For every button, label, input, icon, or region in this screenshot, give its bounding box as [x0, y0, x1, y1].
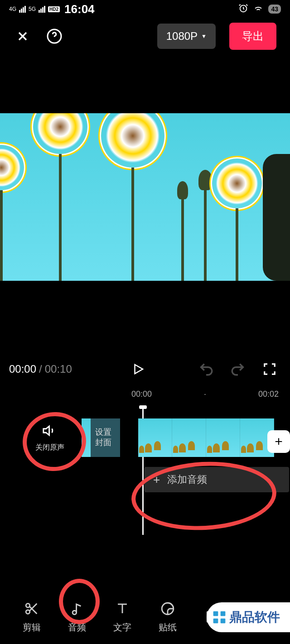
tool-label: 文字 [113, 621, 131, 634]
watermark-text: 鼎品软件 [229, 609, 280, 626]
timeline-ruler: 00:00 00:02 [0, 389, 290, 399]
mute-original-button[interactable]: 关闭原声 [27, 423, 72, 452]
network-5g-label: 5G [29, 6, 36, 12]
music-note-icon [69, 601, 85, 617]
text-icon [115, 601, 130, 617]
wifi-icon [253, 3, 264, 16]
cover-label: 设置 封面 [95, 427, 111, 448]
resolution-label: 1080P [166, 30, 198, 43]
play-button[interactable] [127, 358, 150, 380]
resolution-button[interactable]: 1080P [157, 24, 216, 49]
close-button[interactable] [14, 27, 32, 45]
alarm-icon [238, 3, 248, 15]
tool-sticker[interactable]: 贴纸 [150, 601, 186, 634]
ruler-tick: 00:00 [131, 389, 152, 399]
video-clip[interactable] [138, 418, 274, 457]
sticker-icon [160, 601, 175, 617]
player-controls: 00:00 / 00:10 [0, 358, 290, 380]
svg-rect-11 [221, 619, 226, 624]
watermark-logo-icon [212, 610, 227, 625]
battery-level: 43 [268, 5, 281, 14]
signal-icon-2 [39, 6, 45, 13]
ruler-tick: 00:02 [258, 389, 279, 399]
svg-rect-10 [213, 619, 218, 624]
redo-button[interactable] [227, 358, 249, 380]
timeline[interactable]: 关闭原声 设置 封面 + + 添加音频 [0, 417, 290, 535]
scissors-icon [24, 601, 39, 617]
top-toolbar: 1080P 导出 [0, 18, 290, 54]
time-separator: / [39, 363, 42, 375]
tool-label: 贴纸 [159, 621, 177, 634]
add-clip-button[interactable]: + [267, 430, 290, 453]
help-button[interactable] [45, 27, 63, 45]
watermark: 鼎品软件 [207, 602, 290, 632]
video-preview[interactable] [0, 113, 290, 281]
svg-rect-9 [221, 611, 226, 616]
fullscreen-button[interactable] [258, 358, 281, 380]
set-cover-button[interactable]: 设置 封面 [82, 418, 120, 457]
svg-rect-8 [213, 611, 218, 616]
export-button[interactable]: 导出 [229, 23, 276, 50]
undo-button[interactable] [195, 358, 218, 380]
time-current: 00:00 [9, 363, 36, 375]
tool-label: 剪辑 [23, 621, 41, 634]
ruler-dot [188, 389, 222, 399]
mute-label: 关闭原声 [27, 443, 72, 452]
hd-badge: HD2 [48, 6, 60, 12]
status-bar: 4G 5G HD2 16:04 43 [0, 0, 290, 18]
tool-text[interactable]: 文字 [104, 601, 140, 634]
signal-icon [19, 6, 26, 13]
tool-audio[interactable]: 音频 [59, 601, 95, 634]
tool-label: 音频 [68, 621, 86, 634]
time-total: 00:10 [45, 363, 72, 375]
tool-edit[interactable]: 剪辑 [14, 601, 50, 634]
add-audio-track[interactable]: + 添加音频 [144, 467, 289, 492]
add-audio-label: 添加音频 [167, 473, 207, 486]
network-4g-label: 4G [9, 6, 16, 12]
clock: 16:04 [64, 2, 95, 16]
plus-icon: + [153, 473, 160, 487]
